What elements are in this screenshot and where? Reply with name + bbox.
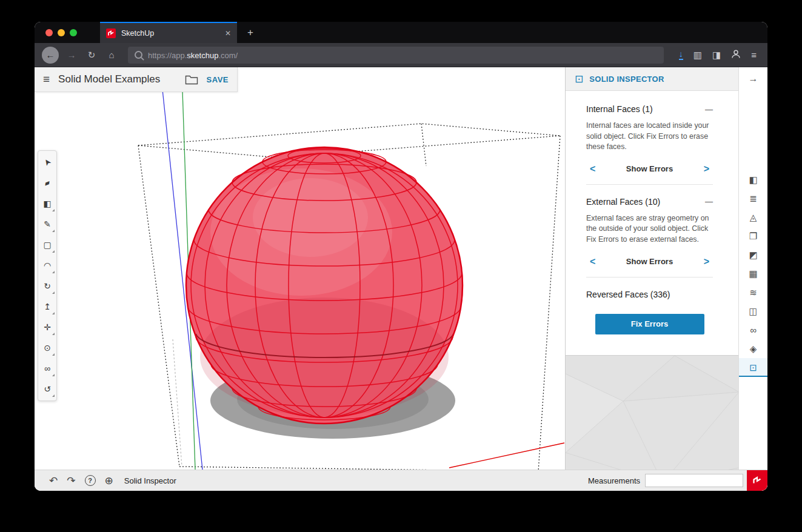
zoom-window-button[interactable] — [70, 29, 77, 36]
menu-icon[interactable]: ≡ — [751, 50, 757, 60]
collapse-section-icon[interactable]: — — [705, 105, 713, 114]
model-info-icon[interactable]: ◈ — [739, 339, 767, 358]
tape-measure-tool[interactable]: ⊙ — [38, 337, 56, 358]
url-text: https://app.sketchup.com/ — [148, 50, 238, 61]
panel-header: ⊡ SOLID INSPECTOR — [566, 67, 738, 91]
look-around-icon: ∞ — [44, 364, 50, 373]
look-around-tool[interactable]: ∞ — [38, 358, 56, 379]
panel-body: Internal Faces (1) — Internal faces are … — [566, 91, 738, 355]
downloads-icon[interactable]: ↓ — [679, 50, 683, 60]
back-button[interactable]: ← — [42, 47, 59, 64]
collapse-section-icon[interactable]: — — [705, 197, 713, 206]
section-divider — [586, 184, 713, 185]
browser-window: SketchUp ✕ + ← → ↻ ⌂ https://app.sketchu… — [35, 22, 767, 491]
push-pull-tool[interactable]: ↥ — [38, 296, 56, 317]
paint-tool[interactable]: ◧ — [38, 193, 56, 214]
show-errors-label[interactable]: Show Errors — [626, 164, 673, 173]
url-path: .com/ — [218, 51, 238, 60]
browser-navbar: ← → ↻ ⌂ https://app.sketchup.com/ ↓ ▥ ◨ … — [35, 43, 767, 67]
internal-faces-title: Internal Faces (1) — [586, 104, 653, 114]
styles-icon[interactable]: ▦ — [739, 264, 767, 283]
red-sphere — [186, 147, 463, 424]
forward-button[interactable]: → — [64, 47, 79, 63]
browser-tab-sketchup[interactable]: SketchUp ✕ — [100, 22, 237, 43]
external-faces-title: External Faces (10) — [586, 197, 660, 207]
solid-inspector-icon[interactable]: ⊡ — [739, 358, 767, 377]
external-faces-description: External faces are stray geometry on the… — [586, 213, 713, 245]
tab-title: SketchUp — [121, 29, 219, 38]
close-window-button[interactable] — [45, 29, 53, 36]
panel-icon-strip: → ◧≣◬❐◩▦≋◫∞◈⊡ — [738, 67, 767, 470]
eraser-tool[interactable]: ▰ — [38, 173, 56, 193]
app-menu-icon[interactable]: ≡ — [43, 73, 50, 86]
screenshot-root: { "colors": { "accent_blue": "#1b82b8", … — [0, 0, 802, 532]
follow-me-tool[interactable]: ↻ — [38, 276, 56, 296]
statusbar-icons: ↶↷?⊕ — [49, 474, 122, 487]
solid-inspector-icon: ⊡ — [575, 73, 583, 85]
flyout-arrow-icon — [52, 333, 55, 335]
flyout-arrow-icon — [52, 250, 55, 253]
sketchup-logo[interactable] — [747, 470, 767, 491]
instructor-icon[interactable]: ◬ — [739, 208, 767, 227]
library-icon[interactable]: ▥ — [693, 50, 702, 61]
sidebar-toggle-icon[interactable]: ◨ — [712, 50, 721, 61]
section-divider — [586, 277, 713, 278]
save-button[interactable]: SAVE — [207, 75, 229, 84]
next-error-button[interactable]: > — [704, 256, 709, 267]
flyout-arrow-icon — [52, 230, 55, 232]
flyout-arrow-icon — [52, 271, 55, 273]
prev-error-button[interactable]: < — [590, 256, 595, 267]
scenes-icon[interactable]: ◫ — [739, 302, 767, 321]
model-scene — [35, 67, 565, 470]
follow-me-icon: ↻ — [44, 281, 51, 291]
measurements-label: Measurements — [588, 476, 640, 485]
fix-errors-button[interactable]: Fix Errors — [595, 314, 704, 334]
show-errors-label[interactable]: Show Errors — [626, 257, 673, 266]
internal-faces-description: Internal faces are located inside your s… — [586, 121, 713, 153]
select-tool[interactable]: ➤ — [38, 152, 56, 173]
collapse-panel-button[interactable]: → — [739, 67, 767, 90]
move-tool[interactable]: ✛ — [38, 317, 56, 337]
outliner-icon[interactable]: ≣ — [739, 189, 767, 208]
next-error-button[interactable]: > — [704, 164, 709, 175]
shapes-tool[interactable]: ▢ — [38, 234, 56, 255]
minimize-window-button[interactable] — [58, 29, 65, 36]
red-axis-line — [449, 443, 564, 468]
url-bar[interactable]: https://app.sketchup.com/ — [128, 47, 664, 64]
soften-edges-icon[interactable]: ∞ — [739, 321, 767, 339]
help-icon[interactable]: ? — [85, 475, 96, 486]
home-button[interactable]: ⌂ — [104, 47, 119, 63]
components-icon[interactable]: ❐ — [739, 227, 767, 245]
solid-inspector-panel: ⊡ SOLID INSPECTOR Internal Faces (1) — I… — [565, 67, 738, 470]
panel-icon-strip-items: ◧≣◬❐◩▦≋◫∞◈⊡ — [739, 170, 767, 377]
materials-icon[interactable]: ◩ — [739, 245, 767, 264]
flyout-arrow-icon — [52, 374, 55, 376]
undo-icon[interactable]: ↶ — [49, 474, 58, 487]
flyout-arrow-icon — [52, 312, 55, 314]
prev-error-button[interactable]: < — [590, 164, 595, 175]
open-folder-icon[interactable] — [185, 75, 198, 85]
language-icon[interactable]: ⊕ — [105, 474, 113, 487]
measurements-input[interactable] — [645, 474, 743, 487]
flyout-arrow-icon — [52, 209, 55, 211]
orbit-icon: ↺ — [44, 384, 51, 394]
select-icon: ➤ — [41, 157, 53, 168]
new-tab-button[interactable]: + — [243, 25, 258, 40]
external-faces-section-header: External Faces (10) — — [586, 197, 713, 207]
eraser-icon: ▰ — [43, 178, 51, 188]
redo-icon[interactable]: ↷ — [67, 474, 75, 487]
orbit-tool[interactable]: ↺ — [38, 379, 56, 399]
tab-close-icon[interactable]: ✕ — [225, 29, 231, 38]
active-tool-label: Solid Inspector — [124, 476, 176, 485]
guide-dashed-line — [173, 339, 182, 467]
model-viewport[interactable]: ≡ Solid Model Examples SAVE ➤▰◧✎▢◠↻↥✛⊙∞↺ — [35, 67, 565, 470]
tags-icon[interactable]: ≋ — [739, 283, 767, 302]
entity-info-icon[interactable]: ◧ — [739, 170, 767, 189]
url-domain: sketchup — [187, 51, 218, 60]
account-icon[interactable] — [731, 49, 741, 61]
push-pull-icon: ↥ — [44, 302, 51, 311]
reload-button[interactable]: ↻ — [84, 47, 99, 63]
line-tool[interactable]: ✎ — [38, 214, 56, 234]
flyout-arrow-icon — [52, 291, 55, 294]
arc-tool[interactable]: ◠ — [38, 255, 56, 276]
